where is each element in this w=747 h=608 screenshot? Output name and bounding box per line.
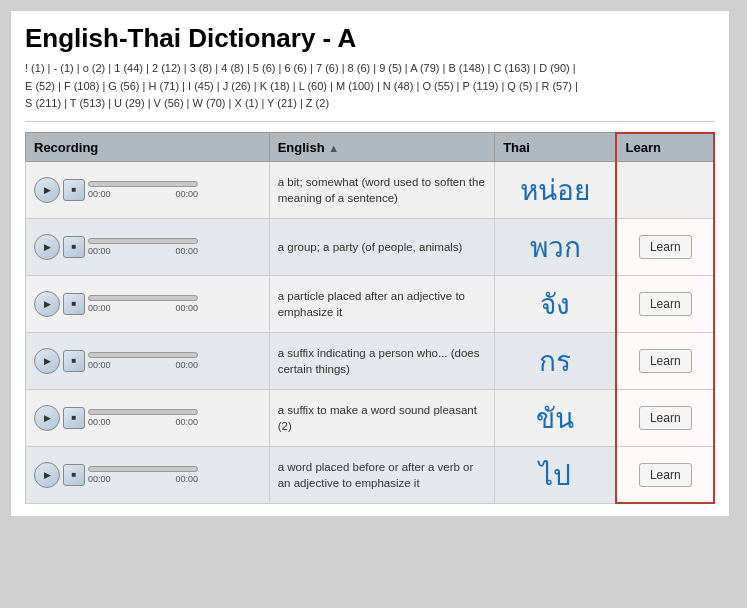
stop-button[interactable]: ■	[63, 293, 85, 315]
play-button[interactable]: ▶	[34, 405, 60, 431]
thai-cell: หน่อย	[495, 161, 617, 218]
time-end: 00:00	[175, 189, 198, 199]
recording-cell: ▶ ■ 00:00 00:00	[26, 161, 270, 218]
learn-button[interactable]: Learn	[639, 235, 692, 259]
recording-cell: ▶ ■ 00:00 00:00	[26, 446, 270, 503]
page-title: English-Thai Dictionary - A	[25, 23, 715, 54]
recording-cell: ▶ ■ 00:00 00:00	[26, 389, 270, 446]
play-button[interactable]: ▶	[34, 462, 60, 488]
recording-cell: ▶ ■ 00:00 00:00	[26, 332, 270, 389]
time-row: 00:00 00:00	[88, 246, 198, 256]
stop-button[interactable]: ■	[63, 350, 85, 372]
audio-player: ▶ ■ 00:00 00:00	[34, 177, 261, 203]
time-start: 00:00	[88, 246, 111, 256]
audio-player: ▶ ■ 00:00 00:00	[34, 291, 261, 317]
learn-button[interactable]: Learn	[639, 292, 692, 316]
time-row: 00:00 00:00	[88, 360, 198, 370]
time-start: 00:00	[88, 360, 111, 370]
stop-button[interactable]: ■	[63, 407, 85, 429]
english-cell: a word placed before or after a verb or …	[269, 446, 494, 503]
english-cell: a suffix indicating a person who... (doe…	[269, 332, 494, 389]
thai-cell: พวก	[495, 218, 617, 275]
time-start: 00:00	[88, 303, 111, 313]
page-container: English-Thai Dictionary - A ! (1) | - (1…	[10, 10, 730, 517]
time-row: 00:00 00:00	[88, 474, 198, 484]
progress-bar	[88, 409, 198, 415]
learn-cell	[616, 161, 714, 218]
time-end: 00:00	[175, 417, 198, 427]
play-button[interactable]: ▶	[34, 234, 60, 260]
audio-player: ▶ ■ 00:00 00:00	[34, 405, 261, 431]
english-cell: a group; a party (of people, animals)	[269, 218, 494, 275]
progress-area: 00:00 00:00	[88, 181, 261, 199]
progress-bar	[88, 466, 198, 472]
progress-area: 00:00 00:00	[88, 466, 261, 484]
progress-area: 00:00 00:00	[88, 409, 261, 427]
time-end: 00:00	[175, 303, 198, 313]
progress-bar	[88, 295, 198, 301]
thai-cell: ขัน	[495, 389, 617, 446]
time-end: 00:00	[175, 246, 198, 256]
learn-button[interactable]: Learn	[639, 349, 692, 373]
play-button[interactable]: ▶	[34, 348, 60, 374]
audio-player: ▶ ■ 00:00 00:00	[34, 234, 261, 260]
dictionary-table: Recording English ▲ Thai Learn ▶ ■ 00:00…	[25, 132, 715, 505]
learn-button[interactable]: Learn	[639, 406, 692, 430]
progress-bar	[88, 238, 198, 244]
english-cell: a particle placed after an adjective to …	[269, 275, 494, 332]
learn-cell: Learn	[616, 218, 714, 275]
play-button[interactable]: ▶	[34, 177, 60, 203]
learn-cell: Learn	[616, 332, 714, 389]
col-header-english: English ▲	[269, 133, 494, 162]
learn-button[interactable]: Learn	[639, 463, 692, 487]
english-cell: a suffix to make a word sound pleasant (…	[269, 389, 494, 446]
col-header-recording: Recording	[26, 133, 270, 162]
recording-cell: ▶ ■ 00:00 00:00	[26, 218, 270, 275]
time-row: 00:00 00:00	[88, 189, 198, 199]
time-row: 00:00 00:00	[88, 417, 198, 427]
thai-cell: จัง	[495, 275, 617, 332]
time-start: 00:00	[88, 417, 111, 427]
stop-button[interactable]: ■	[63, 236, 85, 258]
audio-player: ▶ ■ 00:00 00:00	[34, 348, 261, 374]
time-row: 00:00 00:00	[88, 303, 198, 313]
audio-player: ▶ ■ 00:00 00:00	[34, 462, 261, 488]
progress-area: 00:00 00:00	[88, 352, 261, 370]
time-end: 00:00	[175, 360, 198, 370]
time-end: 00:00	[175, 474, 198, 484]
time-start: 00:00	[88, 189, 111, 199]
learn-cell: Learn	[616, 389, 714, 446]
english-cell: a bit; somewhat (word used to soften the…	[269, 161, 494, 218]
stop-button[interactable]: ■	[63, 464, 85, 486]
thai-cell: กร	[495, 332, 617, 389]
stop-button[interactable]: ■	[63, 179, 85, 201]
progress-bar	[88, 352, 198, 358]
nav-links: ! (1) | - (1) | o (2) | 1 (44) | 2 (12) …	[25, 60, 715, 122]
learn-cell: Learn	[616, 446, 714, 503]
thai-cell: ไป	[495, 446, 617, 503]
learn-cell: Learn	[616, 275, 714, 332]
col-header-learn: Learn	[616, 133, 714, 162]
recording-cell: ▶ ■ 00:00 00:00	[26, 275, 270, 332]
time-start: 00:00	[88, 474, 111, 484]
progress-area: 00:00 00:00	[88, 238, 261, 256]
play-button[interactable]: ▶	[34, 291, 60, 317]
progress-area: 00:00 00:00	[88, 295, 261, 313]
progress-bar	[88, 181, 198, 187]
col-header-thai: Thai	[495, 133, 617, 162]
